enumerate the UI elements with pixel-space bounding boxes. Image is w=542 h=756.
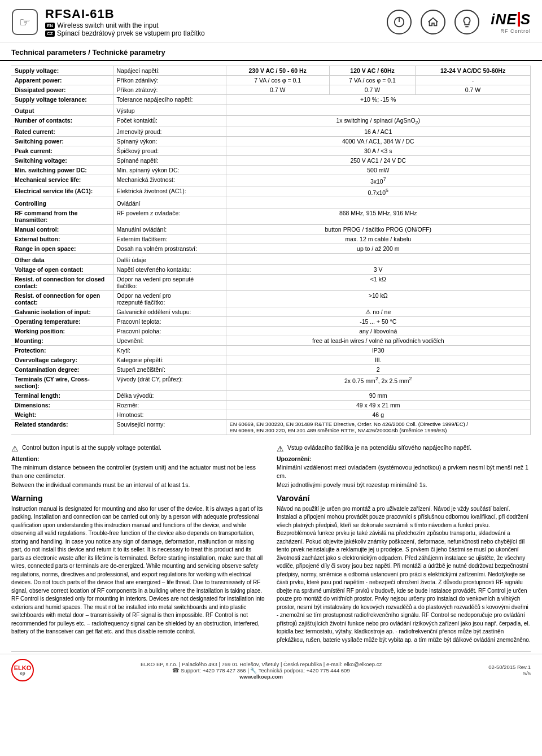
param-en: Operating temperature:: [11, 317, 113, 327]
param-cz: Stupeň znečištění:: [113, 365, 226, 375]
table-row: RF command from the transmitter: RF pove…: [11, 208, 531, 225]
upozorneni-text: Minimální vzdálenost mezi ovladačem (sys…: [277, 463, 531, 489]
param-cz: Rozměr:: [113, 401, 226, 410]
param-cz: Manuální ovládání:: [113, 225, 226, 234]
warning-right: Varování Návod na použití je určen pro m…: [277, 494, 531, 645]
table-row: Supply voltage tolerance: Tolerance napá…: [11, 95, 531, 105]
warning-title-cz: Varování: [277, 494, 531, 503]
warning-left: Warning Instruction manual is designated…: [11, 494, 265, 645]
param-en: Mounting:: [11, 336, 113, 346]
table-row: Dimensions: Rozměr: 49 x 49 x 21 mm: [11, 401, 531, 410]
table-row: Protection: Krytí: IP30: [11, 346, 531, 355]
param-en: Min. switching power DC:: [11, 166, 113, 175]
inel-logo: i N E S RF Control: [491, 11, 531, 34]
param-en: Voltage of open contact:: [11, 265, 113, 275]
param-cz: Galvanické oddělení vstupu:: [113, 307, 226, 317]
param-cz: Další údaje: [113, 254, 226, 265]
table-row: Overvoltage category: Kategorie přepětí:…: [11, 355, 531, 365]
warning-triangle-icon-right: ⚠: [277, 444, 284, 453]
param-span: 2x 0.75 mm2, 2x 2.5 mm2: [226, 375, 531, 391]
warning-text-cz: Návod na použití je určen pro montáž a p…: [277, 505, 531, 645]
param-cz: Příkon zdánlivý:: [113, 76, 226, 85]
param-en: Weight:: [11, 410, 113, 420]
param-span: 3x107: [226, 175, 531, 186]
model-name: RFSAI-61B: [45, 7, 205, 21]
param-span: ⚠ no / ne: [226, 307, 531, 317]
table-row: External button: Externím tlačítkem: max…: [11, 234, 531, 244]
warning-icon-line-left: ⚠ Control button input is at the supply …: [11, 444, 265, 453]
param-span: any / libovolná: [226, 327, 531, 336]
param-cz: RF povelem z ovladače:: [113, 208, 226, 225]
en-badge: EN: [45, 23, 55, 29]
page-header: ☞ RFSAI-61B EN Wireless switch unit with…: [0, 0, 542, 42]
param-span: 90 mm: [226, 391, 531, 401]
table-row: Voltage of open contact: Napětí otevřené…: [11, 265, 531, 275]
param-span: IP30: [226, 346, 531, 355]
param-span: 1x switching / spínací (AgSnO2): [226, 116, 531, 127]
table-row: Apparent power: Příkon zdánlivý: 7 VA / …: [11, 76, 531, 85]
param-en: Peak current:: [11, 146, 113, 156]
param-span: free at lead-in wires / volné na přívodn…: [226, 336, 531, 346]
table-row: Terminals (CY wire, Cross-section): Vývo…: [11, 375, 531, 391]
table-row: Switching power: Spínaný výkon: 4000 VA …: [11, 137, 531, 146]
table-row: Supply voltage: Napájecí napětí: 230 V A…: [11, 66, 531, 76]
param-span: button PROG / tlačítko PROG (ON/OFF): [226, 225, 531, 234]
param-cz: Příkon ztrátový:: [113, 85, 226, 95]
param-span: 868 MHz, 915 MHz, 916 MHz: [226, 208, 531, 225]
param-cz: Externím tlačítkem:: [113, 234, 226, 244]
param-span: max. 12 m cable / kabelu: [226, 234, 531, 244]
param-cz: Elektrická životnost (AC1):: [113, 186, 226, 197]
param-en: Working position:: [11, 327, 113, 336]
param-v3: 12-24 V AC/DC 50-60Hz: [416, 66, 531, 76]
param-span: 46 g: [226, 410, 531, 420]
table-row: Rated current: Jmenovitý proud: 16 A / A…: [11, 127, 531, 137]
param-en: Output: [11, 105, 113, 116]
param-v1: 0.7 W: [226, 85, 329, 95]
param-cz: Dosah na volném prostranství:: [113, 244, 226, 254]
header-product-icons: [387, 10, 479, 34]
table-row: Related standards: Související normy: EN…: [11, 420, 531, 435]
param-span: >10 kΩ: [226, 291, 531, 307]
en-description-line: EN Wireless switch unit with the input: [45, 21, 205, 29]
param-cz: Krytí:: [113, 346, 226, 355]
param-span: 4000 VA / AC1, 384 W / DC: [226, 137, 531, 146]
param-cz: Odpor na vedení prorozepnuté tlačítko:: [113, 291, 226, 307]
param-en: Other data: [11, 254, 113, 265]
param-span: EN 60669, EN 300220, EN 301489 R&TTE Dir…: [226, 420, 531, 435]
home-icon: [421, 10, 445, 34]
attention-text: The minimum distance between the control…: [11, 463, 265, 489]
param-span: 30 A / <3 s: [226, 146, 531, 156]
param-cz: Napájecí napětí:: [113, 66, 226, 76]
param-cz: Pracovní teplota:: [113, 317, 226, 327]
footer-divider: [11, 651, 531, 651]
param-en: Terminals (CY wire, Cross-section):: [11, 375, 113, 391]
table-row: Terminal length: Délka vývodů: 90 mm: [11, 391, 531, 401]
param-cz: Vývody (drát CY, průřez):: [113, 375, 226, 391]
power-icon: [387, 10, 412, 34]
param-cz: Jmenovitý proud:: [113, 127, 226, 137]
param-en: Supply voltage:: [11, 66, 113, 76]
param-en: Dissipated power:: [11, 85, 113, 95]
table-row: Contamination degree: Stupeň znečištění:…: [11, 365, 531, 375]
table-row: Mounting: Upevnění: free at lead-in wire…: [11, 336, 531, 346]
footer-right-info: 02-50/2015 Rev.1 5/5: [488, 664, 531, 676]
param-cz: Délka vývodů:: [113, 391, 226, 401]
table-row: Working position: Pracovní poloha: any /…: [11, 327, 531, 336]
table-row: Switching voltage: Spínané napětí: 250 V…: [11, 156, 531, 166]
table-row: Manual control: Manuální ovládání: butto…: [11, 225, 531, 234]
cz-badge: CZ: [45, 31, 55, 37]
param-cz: Pracovní poloha:: [113, 327, 226, 336]
footer-center-info: ELKO EP, s.r.o. | Palackého 493 | 769 01…: [141, 661, 382, 680]
param-span: up to / až 200 m: [226, 244, 531, 254]
table-row-section: Other data Další údaje: [11, 254, 531, 265]
param-cz: Napětí otevřeného kontaktu:: [113, 265, 226, 275]
param-span: 250 V AC1 / 24 V DC: [226, 156, 531, 166]
inel-logo-text: i: [491, 11, 495, 28]
param-cz: Min. spínaný výkon DC:: [113, 166, 226, 175]
param-en: Protection:: [11, 346, 113, 355]
table-row: Galvanic isolation of input: Galvanické …: [11, 307, 531, 317]
cz-description: Spínací bezdrátový prvek se vstupem pro …: [57, 29, 205, 37]
param-en: Contamination degree:: [11, 365, 113, 375]
param-span: 49 x 49 x 21 mm: [226, 401, 531, 410]
param-cz: Kategorie přepětí:: [113, 355, 226, 365]
